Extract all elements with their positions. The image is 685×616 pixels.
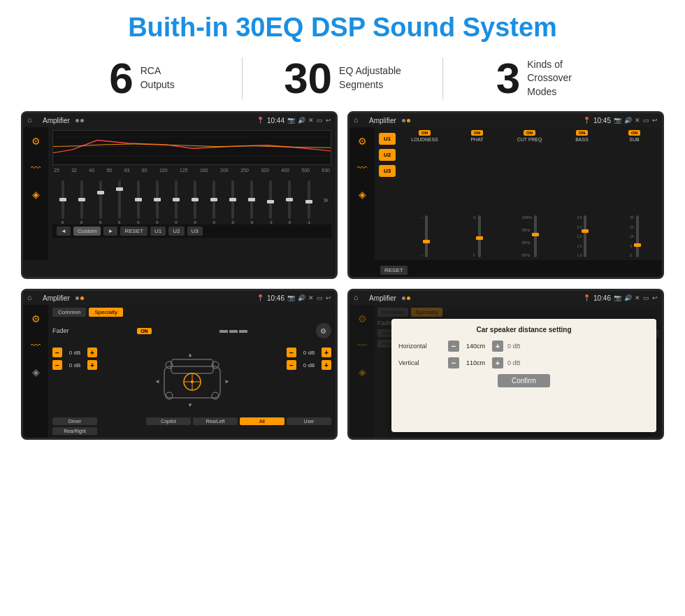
screen3-location-icon: 📍 — [257, 294, 264, 301]
eq-slider-8[interactable]: 0 — [187, 180, 204, 224]
eq-label-250: 250 — [240, 168, 249, 173]
screen2-filter-icon[interactable]: ⚙ — [354, 133, 370, 150]
screen3-tab-common[interactable]: Common — [52, 308, 86, 317]
dialog-vertical-plus[interactable]: + — [492, 357, 503, 368]
dialog-vertical-minus[interactable]: − — [448, 357, 459, 368]
fader-btn-copilot[interactable]: Copilot — [146, 417, 191, 425]
screen1-back-icon[interactable]: ↩ — [326, 117, 331, 124]
db-plus-2[interactable]: + — [87, 360, 97, 370]
screen4-back-icon[interactable]: ↩ — [652, 294, 658, 301]
eq-slider-13[interactable]: 0 — [281, 180, 298, 224]
volume-icon: 🔊 — [298, 117, 305, 124]
screen3-app-name: Amplifier — [43, 294, 70, 302]
screen4-home-icon[interactable]: ⌂ — [354, 293, 363, 303]
eq-slider-6[interactable]: 0 — [148, 180, 166, 224]
eq-prev-btn[interactable]: ◄ — [57, 227, 71, 236]
fader-btn-rearleft[interactable]: RearLeft — [193, 417, 238, 425]
screen3-tab-specialty[interactable]: Specialty — [89, 308, 122, 317]
eq-slider-10[interactable]: 0 — [224, 180, 242, 224]
eq-u1-btn[interactable]: U1 — [150, 227, 166, 236]
bass-label: BASS — [575, 137, 589, 142]
amp-u-buttons: U1 U2 U3 — [377, 130, 397, 257]
screen2-location-icon: 📍 — [583, 117, 591, 124]
eq-speaker-icon[interactable]: ◈ — [27, 186, 44, 203]
sub-track[interactable] — [636, 215, 639, 257]
db-minus-1[interactable]: − — [52, 348, 62, 357]
home-icon[interactable]: ⌂ — [27, 115, 37, 125]
eq-filter-icon[interactable]: ⚙ — [27, 133, 44, 150]
eq-expand-icon[interactable]: » — [320, 176, 331, 224]
eq-slider-1[interactable]: 0 — [54, 180, 71, 224]
dialog-horizontal-minus[interactable]: − — [448, 341, 459, 352]
screen2-back-icon[interactable]: ↩ — [652, 117, 658, 124]
screen2-wave-icon[interactable]: 〰 — [354, 159, 370, 176]
db-value-4: 0 dB — [299, 362, 319, 368]
eq-u2-btn[interactable]: U2 — [168, 227, 184, 236]
eq-slider-7[interactable]: 0 — [167, 180, 185, 224]
eq-custom-btn[interactable]: Custom — [73, 227, 101, 236]
fader-header: Fader ON ⚙ — [52, 323, 331, 338]
screen3-filter-icon[interactable]: ⚙ — [27, 310, 44, 327]
db-minus-3[interactable]: − — [287, 348, 296, 357]
db-plus-1[interactable]: + — [87, 348, 97, 357]
screen1-sidebar: ⚙ 〰 ◈ — [23, 127, 48, 260]
car-diagram: ▼ ▲ ◄ ► — [154, 352, 231, 408]
screen3-home-icon[interactable]: ⌂ — [27, 293, 37, 303]
screen4-camera-icon: 📷 — [614, 294, 621, 301]
amp-u2-btn[interactable]: U2 — [379, 149, 396, 161]
screen2-time: 10:45 — [593, 117, 611, 124]
db-plus-3[interactable]: + — [322, 348, 331, 357]
screen4-body: ⚙ 〰 ◈ Common Specialty Fader ON Driver — [349, 305, 662, 438]
fader-btn-all[interactable]: All — [240, 417, 284, 425]
eq-label-200: 200 — [220, 168, 229, 173]
eq-play-btn[interactable]: ► — [103, 227, 117, 236]
eq-label-160: 160 — [200, 168, 208, 173]
db-plus-4[interactable]: + — [322, 360, 331, 370]
eq-slider-4[interactable]: 5 — [110, 180, 128, 224]
eq-u3-btn[interactable]: U3 — [187, 227, 203, 236]
confirm-button[interactable]: Confirm — [498, 374, 550, 387]
screen2-home-icon[interactable]: ⌂ — [354, 115, 363, 125]
fader-btn-user[interactable]: User — [287, 417, 331, 425]
screen2-speaker-icon[interactable]: ◈ — [354, 186, 370, 203]
eq-label-320: 320 — [261, 168, 269, 173]
fader-settings-icon[interactable]: ⚙ — [316, 323, 331, 338]
amp-u3-btn[interactable]: U3 — [379, 165, 396, 177]
eq-wave-icon[interactable]: 〰 — [27, 159, 44, 176]
fader-btn-driver[interactable]: Driver — [52, 417, 97, 425]
eq-slider-12[interactable]: -1 — [262, 180, 280, 224]
amp-reset-btn[interactable]: RESET — [380, 266, 408, 275]
eq-slider-11[interactable]: 0 — [243, 180, 261, 224]
eq-slider-14[interactable]: -1 — [300, 180, 317, 224]
eq-slider-2[interactable]: 0 — [73, 180, 90, 224]
screen3-wave-icon[interactable]: 〰 — [27, 337, 44, 354]
dialog-horizontal-plus[interactable]: + — [492, 341, 503, 352]
phat-track[interactable] — [478, 215, 481, 257]
screen3-tabs: Common Specialty — [52, 308, 331, 317]
fader-btn-rearright[interactable]: RearRight — [52, 427, 97, 435]
loudness-track[interactable] — [425, 215, 428, 257]
loudness-slider[interactable]: ~~ — [400, 144, 449, 257]
db-minus-4[interactable]: − — [287, 360, 296, 370]
screen3-volume-icon: 🔊 — [298, 294, 305, 301]
screen4-rect-icon: ▭ — [643, 294, 649, 301]
screen3-speaker-icon[interactable]: ◈ — [27, 364, 44, 380]
sub-label: SUB — [629, 137, 639, 142]
eq-slider-3[interactable]: 0 — [92, 180, 109, 224]
db-minus-2[interactable]: − — [52, 360, 62, 370]
bass-track[interactable] — [584, 215, 586, 257]
sub-slider[interactable]: 20151050 — [610, 144, 659, 257]
eq-slider-5[interactable]: 0 — [129, 180, 147, 224]
screen3-back-icon[interactable]: ↩ — [326, 294, 331, 301]
screen4-wave-icon: 〰 — [354, 337, 370, 354]
cutfreq-slider[interactable]: 100Hz 90Hz 80Hz 60Hz — [505, 144, 554, 257]
loudness-scale: ~~ — [421, 215, 424, 257]
eq-reset-btn[interactable]: RESET — [120, 227, 147, 236]
eq-slider-9[interactable]: 0 — [206, 180, 223, 224]
bass-slider[interactable]: 3.02.52.01.51.0 — [557, 144, 607, 257]
camera-icon: 📷 — [287, 117, 295, 124]
amp-u1-btn[interactable]: U1 — [379, 133, 396, 145]
screen3-time: 10:46 — [267, 294, 284, 302]
phat-slider[interactable]: GF — [452, 144, 502, 257]
cutfreq-track[interactable] — [534, 215, 537, 257]
